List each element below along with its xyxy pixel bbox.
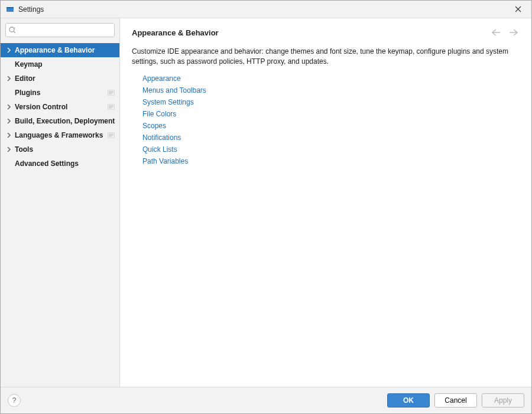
search-input[interactable]: [18, 26, 112, 34]
sidebar-item-keymap[interactable]: Keymap: [1, 57, 119, 71]
sidebar-item-version-control[interactable]: Version Control: [1, 100, 119, 114]
chevron-right-icon: [5, 103, 12, 110]
window-title: Settings: [18, 5, 44, 14]
titlebar: Settings: [1, 1, 531, 18]
search-field[interactable]: +: [5, 23, 115, 37]
close-button[interactable]: [509, 1, 527, 18]
sidebar-item-label: Advanced Settings: [15, 159, 116, 168]
sidebar-item-languages-frameworks[interactable]: Languages & Frameworks: [1, 128, 119, 142]
sidebar-item-appearance-behavior[interactable]: Appearance & Behavior: [1, 43, 119, 57]
chevron-right-icon: [5, 47, 12, 54]
app-icon: [5, 5, 15, 14]
search-icon: +: [8, 26, 17, 34]
cancel-button[interactable]: Cancel: [434, 393, 477, 408]
link-path-variables[interactable]: Path Variables: [142, 155, 520, 167]
sidebar: + Appearance & Behavior Keymap Editor: [1, 18, 120, 387]
project-badge-icon: [108, 103, 116, 110]
main-panel: Appearance & Behavior Customize IDE appe…: [120, 18, 531, 387]
page-title: Appearance & Behavior: [132, 28, 219, 37]
nav-back-button[interactable]: [490, 27, 502, 38]
footer: ? OK Cancel Apply: [1, 387, 531, 413]
sidebar-item-build-execution-deployment[interactable]: Build, Execution, Deployment: [1, 114, 119, 128]
sidebar-item-label: Tools: [15, 145, 116, 154]
help-button[interactable]: ?: [8, 394, 21, 407]
svg-line-3: [14, 31, 15, 33]
settings-tree: Appearance & Behavior Keymap Editor Plug…: [1, 42, 119, 171]
link-scopes[interactable]: Scopes: [142, 120, 520, 132]
sidebar-item-editor[interactable]: Editor: [1, 71, 119, 86]
sidebar-item-label: Build, Execution, Deployment: [15, 117, 116, 125]
chevron-right-icon: [5, 118, 12, 125]
link-system-settings[interactable]: System Settings: [142, 96, 520, 108]
link-menus-toolbars[interactable]: Menus and Toolbars: [142, 84, 520, 96]
sidebar-item-label: Languages & Frameworks: [15, 131, 108, 139]
sidebar-item-tools[interactable]: Tools: [1, 142, 119, 157]
sidebar-item-label: Version Control: [15, 103, 108, 111]
chevron-right-icon: [5, 132, 12, 139]
sidebar-item-label: Keymap: [15, 60, 116, 69]
ok-button[interactable]: OK: [387, 393, 430, 408]
sidebar-item-label: Editor: [15, 74, 116, 83]
sidebar-item-plugins[interactable]: Plugins: [1, 86, 119, 100]
sidebar-item-label: Plugins: [15, 89, 108, 97]
link-quick-lists[interactable]: Quick Lists: [142, 144, 520, 155]
svg-text:+: +: [14, 26, 16, 30]
chevron-right-icon: [5, 75, 12, 82]
link-appearance[interactable]: Appearance: [142, 73, 520, 84]
chevron-right-icon: [5, 146, 12, 153]
svg-rect-1: [7, 7, 14, 8]
sidebar-item-advanced-settings[interactable]: Advanced Settings: [1, 157, 119, 171]
link-file-colors[interactable]: File Colors: [142, 108, 520, 120]
project-badge-icon: [108, 132, 116, 139]
page-description: Customize IDE appearance and behavior: c…: [132, 47, 510, 67]
nav-forward-button[interactable]: [508, 27, 520, 38]
link-notifications[interactable]: Notifications: [142, 132, 520, 144]
apply-button[interactable]: Apply: [482, 393, 524, 408]
sub-links: Appearance Menus and Toolbars System Set…: [142, 73, 520, 167]
project-badge-icon: [108, 89, 116, 96]
sidebar-item-label: Appearance & Behavior: [15, 46, 116, 54]
